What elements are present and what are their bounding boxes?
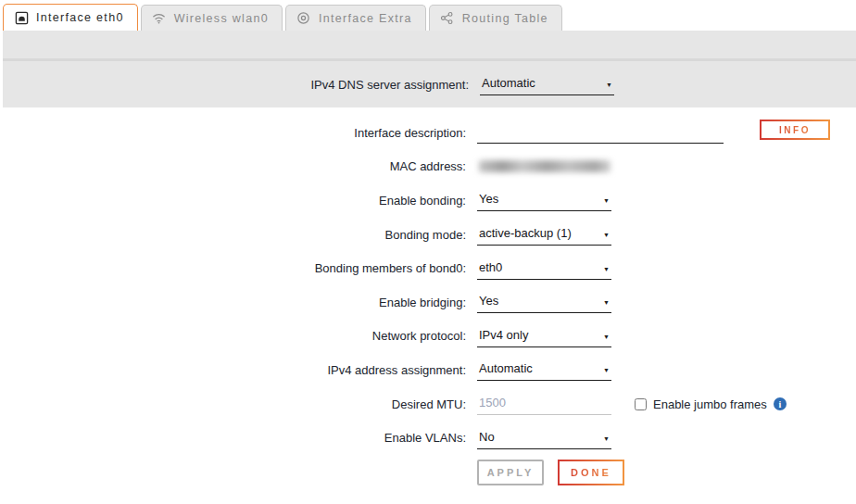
chevron-down-icon: ▼ bbox=[603, 435, 610, 442]
ipv4-assignment-label: IPv4 address assignment: bbox=[0, 363, 466, 377]
tab-bar: Interface eth0 Wireless wlan0 Interface … bbox=[0, 0, 856, 31]
chevron-down-icon: ▼ bbox=[603, 266, 610, 272]
info-button[interactable]: INFO bbox=[760, 120, 830, 140]
chevron-down-icon: ▼ bbox=[606, 82, 612, 88]
interface-form: Interface description: INFO MAC address:… bbox=[0, 107, 856, 494]
target-circle-icon bbox=[296, 11, 311, 26]
form-row-bonding-members: Bonding members of bond0: eth0 ▼ bbox=[0, 251, 856, 285]
info-circle-icon[interactable]: i bbox=[774, 397, 787, 410]
ethernet-port-icon bbox=[14, 10, 29, 25]
ipv4-assignment-select[interactable]: Automatic ▼ bbox=[477, 359, 611, 381]
apply-button[interactable]: APPLY bbox=[477, 460, 544, 485]
tab-interface-extra[interactable]: Interface Extra bbox=[285, 5, 426, 31]
network-settings-page: Interface eth0 Wireless wlan0 Interface … bbox=[0, 0, 856, 504]
chevron-down-icon: ▼ bbox=[603, 334, 610, 340]
form-row-mac: MAC address: bbox=[0, 150, 856, 184]
form-row-bonding-mode: Bonding mode: active-backup (1) ▼ bbox=[0, 218, 856, 252]
form-row-mtu: Desired MTU: Enable jumbo frames i bbox=[0, 387, 856, 422]
bonding-mode-select[interactable]: active-backup (1) ▼ bbox=[477, 223, 611, 246]
done-button[interactable]: DONE bbox=[558, 460, 624, 485]
enable-vlans-label: Enable VLANs: bbox=[0, 431, 466, 445]
network-protocol-select[interactable]: IPv4 only ▼ bbox=[477, 325, 611, 347]
enable-bonding-select[interactable]: Yes ▼ bbox=[477, 189, 611, 211]
tab-label: Routing Table bbox=[462, 12, 548, 25]
form-row-bonding: Enable bonding: Yes ▼ bbox=[0, 183, 856, 218]
network-protocol-label: Network protocol: bbox=[0, 329, 466, 343]
share-nodes-icon bbox=[440, 11, 455, 26]
tab-label: Wireless wlan0 bbox=[174, 12, 269, 25]
tab-routing-table[interactable]: Routing Table bbox=[429, 5, 562, 31]
form-row-ipv4-assignment: IPv4 address assignment: Automatic ▼ bbox=[0, 353, 856, 387]
interface-description-label: Interface description: bbox=[0, 126, 466, 140]
tab-interface-eth0[interactable]: Interface eth0 bbox=[3, 4, 138, 31]
mac-address-label: MAC address: bbox=[0, 159, 466, 173]
form-row-dns: IPv4 DNS server assignment: Automatic ▼ bbox=[3, 68, 856, 102]
dns-assignment-select[interactable]: Automatic ▼ bbox=[480, 73, 614, 95]
form-row-vlans: Enable VLANs: No ▼ bbox=[0, 421, 856, 455]
form-row-bridging: Enable bridging: Yes ▼ bbox=[0, 285, 856, 320]
enable-bonding-label: Enable bonding: bbox=[0, 194, 466, 208]
chevron-down-icon: ▼ bbox=[603, 367, 610, 373]
chevron-down-icon: ▼ bbox=[603, 232, 610, 238]
chevron-down-icon: ▼ bbox=[603, 299, 610, 306]
jumbo-frames-group: Enable jumbo frames i bbox=[635, 397, 787, 411]
enable-vlans-select[interactable]: No ▼ bbox=[477, 427, 611, 449]
form-row-description: Interface description: INFO bbox=[0, 116, 856, 150]
bonding-mode-label: Bonding mode: bbox=[0, 228, 466, 242]
tab-wireless-wlan0[interactable]: Wireless wlan0 bbox=[141, 5, 283, 31]
dns-assignment-label: IPv4 DNS server assignment: bbox=[3, 78, 469, 92]
toolbar-strip bbox=[3, 31, 856, 58]
jumbo-frames-checkbox[interactable] bbox=[635, 398, 647, 410]
tab-label: Interface Extra bbox=[319, 12, 412, 25]
wifi-icon bbox=[152, 11, 167, 26]
desired-mtu-label: Desired MTU: bbox=[0, 397, 466, 411]
dns-section: IPv4 DNS server assignment: Automatic ▼ bbox=[3, 61, 856, 107]
interface-description-input[interactable] bbox=[477, 121, 724, 144]
desired-mtu-input[interactable] bbox=[477, 393, 611, 415]
mac-address-redacted-value bbox=[479, 160, 611, 172]
tab-label: Interface eth0 bbox=[36, 11, 124, 24]
enable-bridging-select[interactable]: Yes ▼ bbox=[477, 291, 611, 313]
bonding-members-label: Bonding members of bond0: bbox=[0, 261, 466, 275]
chevron-down-icon: ▼ bbox=[603, 197, 610, 204]
form-row-protocol: Network protocol: IPv4 only ▼ bbox=[0, 320, 856, 354]
form-row-buttons: APPLY DONE bbox=[0, 455, 856, 494]
bonding-members-select[interactable]: eth0 ▼ bbox=[477, 258, 611, 280]
enable-bridging-label: Enable bridging: bbox=[0, 296, 466, 309]
jumbo-frames-label: Enable jumbo frames bbox=[653, 397, 767, 411]
